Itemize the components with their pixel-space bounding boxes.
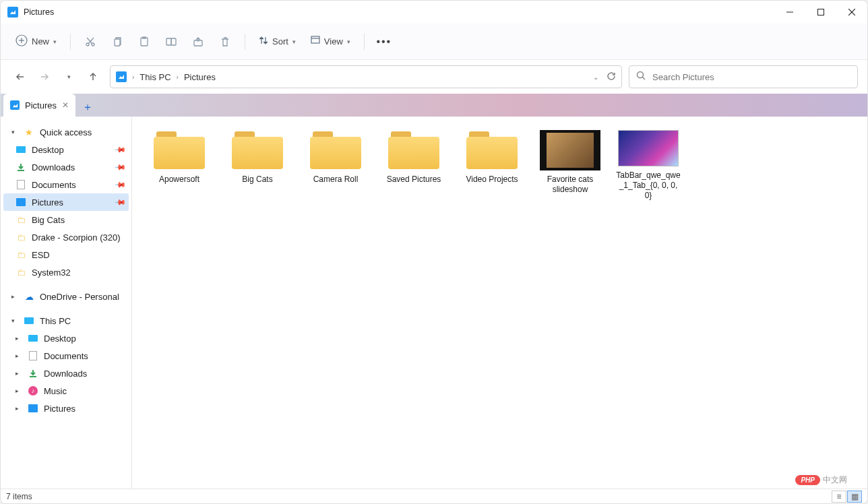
sidebar-item-drake[interactable]: 🗀 Drake - Scorpion (320) — [3, 228, 129, 246]
sidebar-pc-desktop[interactable]: ▸ Desktop — [3, 329, 129, 347]
folder-icon — [230, 130, 284, 170]
folder-item[interactable]: Big Cats — [224, 130, 291, 201]
sidebar-item-label: System32 — [32, 267, 71, 278]
sidebar-item-label: Desktop — [32, 145, 64, 155]
share-button[interactable] — [185, 30, 211, 54]
rename-button[interactable] — [158, 30, 184, 54]
image-item[interactable]: TabBar_qwe_qwe_1_Tab_{0, 0, 0, 0} — [615, 130, 682, 201]
sidebar-item-downloads[interactable]: Downloads 📌 — [3, 158, 129, 176]
copy-button[interactable] — [104, 30, 130, 54]
download-icon — [28, 368, 38, 379]
more-button[interactable]: ••• — [371, 30, 397, 54]
folder-item[interactable]: Video Projects — [458, 130, 526, 201]
svg-rect-14 — [141, 38, 148, 46]
pin-icon: 📌 — [113, 195, 126, 208]
recent-button[interactable]: ▾ — [59, 67, 79, 87]
forward-button[interactable] — [34, 67, 55, 87]
cloud-icon: ☁ — [24, 291, 34, 302]
view-icon — [311, 36, 320, 47]
monitor-icon — [16, 144, 26, 155]
sidebar-item-pictures[interactable]: Pictures 📌 — [3, 193, 129, 211]
search-box[interactable] — [629, 65, 858, 88]
folder-icon: 🗀 — [16, 214, 26, 225]
folder-icon — [309, 130, 363, 170]
pin-icon: 📌 — [113, 143, 126, 156]
svg-point-22 — [638, 72, 644, 78]
icons-view-toggle[interactable]: ▦ — [847, 491, 862, 503]
sidebar-item-documents[interactable]: Documents 📌 — [3, 176, 129, 193]
search-icon — [636, 71, 646, 83]
sidebar-item-label: Quick access — [40, 127, 92, 137]
svg-rect-17 — [171, 38, 176, 45]
tab-close-button[interactable]: ✕ — [62, 100, 69, 110]
cut-button[interactable] — [78, 30, 103, 54]
breadcrumb-current[interactable]: Pictures — [184, 72, 216, 82]
folder-item[interactable]: Camera Roll — [302, 130, 369, 201]
view-button[interactable]: View ▾ — [304, 32, 357, 51]
chevron-right-icon: ▸ — [11, 293, 18, 300]
status-bar: 7 items ≡ ▦ — [1, 489, 867, 503]
sidebar-quick-access[interactable]: ▾ ★ Quick access — [3, 123, 129, 141]
sidebar-item-system32[interactable]: 🗀 System32 — [3, 263, 129, 281]
back-button[interactable] — [10, 67, 30, 87]
sidebar-onedrive[interactable]: ▸ ☁ OneDrive - Personal — [3, 288, 129, 305]
separator — [245, 34, 245, 50]
sidebar-item-label: Desktop — [44, 334, 76, 344]
chevron-right-icon: ▸ — [16, 335, 22, 342]
search-input[interactable] — [652, 72, 850, 82]
item-label: Big Cats — [242, 175, 272, 185]
sidebar-thispc[interactable]: ▾ This PC — [3, 312, 129, 329]
refresh-button[interactable] — [607, 71, 616, 83]
new-icon — [16, 34, 28, 49]
document-icon — [16, 179, 26, 190]
sidebar-item-esd[interactable]: 🗀 ESD — [3, 246, 129, 263]
music-icon: ♪ — [28, 385, 38, 396]
sidebar-pc-music[interactable]: ▸ ♪ Music — [3, 382, 129, 400]
sidebar-item-label: Documents — [44, 351, 88, 361]
chevron-down-icon: ▾ — [347, 38, 350, 45]
nav-row: ▾ › This PC › Pictures ⌄ — [1, 60, 867, 94]
breadcrumb-root[interactable]: This PC — [140, 72, 170, 82]
video-item[interactable]: Favorite cats slideshow — [536, 130, 604, 201]
monitor-icon — [28, 333, 38, 344]
sort-icon — [259, 36, 268, 47]
sidebar-item-bigcats[interactable]: 🗀 Big Cats — [3, 211, 129, 228]
sort-button[interactable]: Sort ▾ — [252, 32, 303, 51]
sidebar-item-label: Drake - Scorpion (320) — [32, 232, 121, 243]
watermark-text: 中文网 — [823, 474, 847, 486]
sidebar-pc-downloads[interactable]: ▸ Downloads — [3, 365, 129, 382]
chevron-right-icon: › — [177, 73, 179, 81]
folder-item[interactable]: Apowersoft — [146, 130, 213, 201]
folder-item[interactable]: Saved Pictures — [380, 130, 447, 201]
details-view-toggle[interactable]: ≡ — [832, 491, 846, 503]
item-label: Camera Roll — [313, 175, 359, 185]
up-button[interactable] — [83, 67, 103, 87]
star-icon: ★ — [24, 127, 34, 137]
sidebar-item-desktop[interactable]: Desktop 📌 — [3, 141, 129, 158]
pin-icon: 📌 — [113, 160, 126, 173]
sidebar-pc-documents[interactable]: ▸ Documents — [3, 347, 129, 365]
pictures-icon — [7, 7, 18, 18]
folder-icon: 🗀 — [16, 232, 26, 243]
pin-icon: 📌 — [113, 178, 126, 191]
sidebar-item-label: Big Cats — [32, 215, 65, 225]
video-thumbnail — [540, 130, 600, 170]
folder-icon — [152, 130, 206, 170]
minimize-button[interactable] — [774, 1, 805, 24]
chevron-right-icon: ▸ — [16, 387, 22, 394]
paste-button[interactable] — [131, 30, 157, 54]
close-button[interactable] — [836, 1, 867, 24]
new-button[interactable]: New ▾ — [9, 30, 63, 53]
tab-bar: Pictures ✕ ＋ — [1, 94, 867, 117]
image-thumbnail — [618, 130, 679, 166]
chevron-down-icon[interactable]: ⌄ — [593, 73, 598, 81]
address-bar[interactable]: › This PC › Pictures ⌄ — [110, 65, 622, 88]
new-tab-button[interactable]: ＋ — [78, 98, 97, 117]
svg-rect-13 — [115, 39, 120, 46]
sidebar-pc-pictures[interactable]: ▸ Pictures — [3, 400, 129, 417]
tab-pictures[interactable]: Pictures ✕ — [3, 94, 75, 117]
sidebar: ▾ ★ Quick access Desktop 📌 Downloads 📌 D… — [1, 117, 132, 489]
maximize-button[interactable] — [805, 1, 836, 24]
sidebar-item-label: Pictures — [44, 404, 75, 414]
delete-button[interactable] — [212, 30, 238, 54]
